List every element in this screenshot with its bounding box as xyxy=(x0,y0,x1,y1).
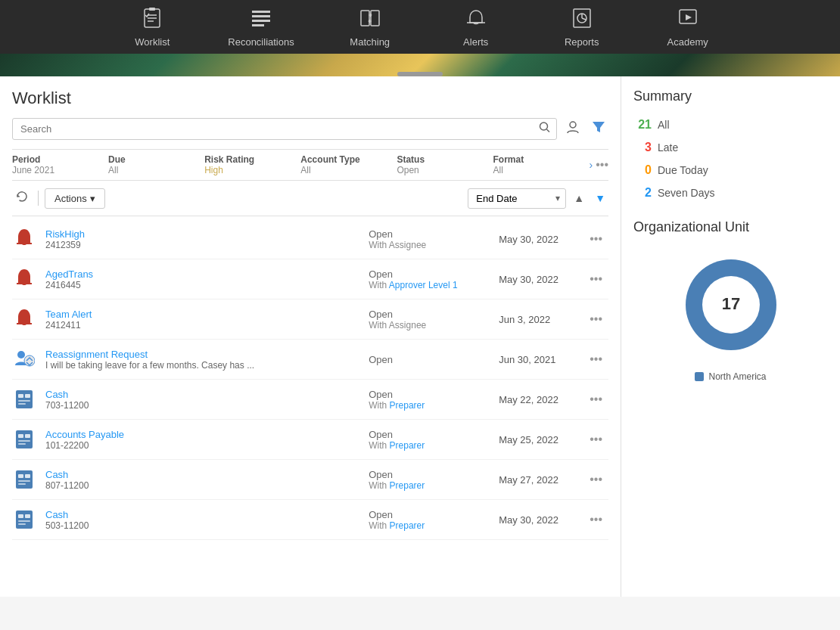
nav-academy-label: Academy xyxy=(667,36,708,48)
svg-rect-5 xyxy=(252,11,270,13)
banner-handle[interactable] xyxy=(397,72,443,76)
nav-worklist[interactable]: Worklist xyxy=(122,8,182,48)
item-id: I will be taking leave for a few months.… xyxy=(45,360,359,371)
item-date: May 22, 2022 xyxy=(499,394,574,405)
item-context-menu[interactable]: ••• xyxy=(583,349,608,369)
filter-icon[interactable] xyxy=(589,117,608,140)
svg-text:17: 17 xyxy=(721,294,739,313)
legend-label-northamerica: North America xyxy=(708,371,766,382)
user-filter-icon[interactable] xyxy=(563,117,583,140)
due-value: All xyxy=(108,165,204,175)
filter-next-icon[interactable]: › xyxy=(590,159,593,171)
nav-matching[interactable]: Matching xyxy=(340,8,400,48)
item-name[interactable]: Accounts Payable xyxy=(45,429,359,440)
filter-row: Period June 2021 Due All Risk Rating Hig… xyxy=(12,149,608,181)
item-context-menu[interactable]: ••• xyxy=(583,269,608,289)
filter-risk[interactable]: Risk Rating High xyxy=(204,154,300,175)
list-item: Team Alert 2412411 Open With Assignee Ju… xyxy=(12,299,608,340)
summary-count-all: 21 xyxy=(633,118,652,132)
actions-button[interactable]: Actions ▾ xyxy=(45,188,105,209)
svg-rect-9 xyxy=(361,11,369,26)
alert-item-icon xyxy=(12,267,36,291)
status-label: Status xyxy=(397,154,493,165)
svg-rect-40 xyxy=(25,474,30,478)
summary-item-sevendays[interactable]: 2 Seven Days xyxy=(633,182,828,204)
period-label: Period xyxy=(12,154,108,165)
search-icon[interactable] xyxy=(539,122,551,136)
left-panel: Worklist xyxy=(0,76,621,597)
summary-title: Summary xyxy=(633,88,828,104)
nav-worklist-label: Worklist xyxy=(135,36,170,48)
sort-ascending-button[interactable]: ▲ xyxy=(571,189,587,207)
svg-rect-1 xyxy=(149,8,155,11)
summary-label-sevendays: Seven Days xyxy=(658,187,714,199)
filter-period[interactable]: Period June 2021 xyxy=(12,154,108,175)
svg-point-26 xyxy=(17,351,25,358)
page-title: Worklist xyxy=(12,88,608,108)
item-date: May 30, 2022 xyxy=(499,514,574,526)
item-context-menu[interactable]: ••• xyxy=(583,389,608,409)
status-value: Open xyxy=(397,165,493,175)
summary-label-all: All xyxy=(658,119,670,131)
nav-academy[interactable]: Academy xyxy=(658,8,718,48)
item-name[interactable]: AgedTrans xyxy=(45,268,359,280)
svg-point-18 xyxy=(570,122,576,128)
svg-rect-33 xyxy=(16,430,33,448)
item-context-menu[interactable]: ••• xyxy=(583,510,608,529)
item-context-menu[interactable]: ••• xyxy=(583,470,608,489)
item-name[interactable]: RiskHigh xyxy=(45,228,359,240)
nav-reconciliations[interactable]: Reconciliations xyxy=(228,8,294,48)
svg-rect-38 xyxy=(16,470,33,489)
item-context-menu[interactable]: ••• xyxy=(583,430,608,449)
item-info: Cash 703-11200 xyxy=(45,389,359,411)
item-date: May 30, 2022 xyxy=(499,234,574,245)
svg-point-16 xyxy=(540,123,548,130)
search-input-wrapper xyxy=(12,118,557,140)
due-label: Due xyxy=(108,154,204,165)
sort-controls: End Date Start Date Name Status ▾ ▲ ▼ xyxy=(468,188,608,209)
filter-more-icon[interactable]: ••• xyxy=(596,158,608,172)
item-name[interactable]: Reassignment Request xyxy=(45,349,359,360)
list-item: Cash 703-11200 Open With Preparer May 22… xyxy=(12,380,608,420)
item-name[interactable]: Team Alert xyxy=(45,309,359,320)
summary-count-duetoday: 0 xyxy=(633,163,652,177)
donut-chart: 17 North America xyxy=(633,244,828,382)
filter-due[interactable]: Due All xyxy=(108,154,204,175)
item-context-menu[interactable]: ••• xyxy=(583,229,608,249)
actions-caret-icon: ▾ xyxy=(90,193,95,204)
nav-reports[interactable]: Reports xyxy=(552,8,612,48)
item-status: Open With Preparer xyxy=(369,509,490,531)
nav-alerts[interactable]: Alerts xyxy=(446,8,506,48)
sort-select[interactable]: End Date Start Date Name Status xyxy=(468,188,566,209)
actions-label: Actions xyxy=(54,193,87,204)
item-name[interactable]: Cash xyxy=(45,469,359,480)
svg-marker-15 xyxy=(686,14,692,20)
list-item: Cash 807-11200 Open With Preparer May 27… xyxy=(12,460,608,500)
item-context-menu[interactable]: ••• xyxy=(583,309,608,329)
sort-descending-button[interactable]: ▼ xyxy=(592,189,608,207)
summary-item-late[interactable]: 3 Late xyxy=(633,136,828,159)
svg-rect-47 xyxy=(18,523,26,525)
svg-rect-41 xyxy=(18,480,30,482)
svg-rect-6 xyxy=(252,15,270,17)
main-content: Worklist xyxy=(0,76,840,597)
item-name[interactable]: Cash xyxy=(45,389,359,400)
svg-rect-30 xyxy=(25,394,30,398)
nav-matching-label: Matching xyxy=(350,36,390,48)
summary-item-all[interactable]: 21 All xyxy=(633,113,828,136)
item-name[interactable]: Cash xyxy=(45,509,359,520)
search-bar xyxy=(12,117,608,140)
item-info: RiskHigh 2412359 xyxy=(45,228,359,250)
refresh-button[interactable] xyxy=(12,187,32,209)
alert-item-icon xyxy=(12,307,36,331)
summary-label-duetoday: Due Today xyxy=(658,164,708,176)
summary-item-duetoday[interactable]: 0 Due Today xyxy=(633,159,828,182)
item-id: 2412411 xyxy=(45,320,359,331)
search-input[interactable] xyxy=(12,118,557,140)
account-label: Account Type xyxy=(300,154,397,165)
filter-account[interactable]: Account Type All xyxy=(300,154,397,175)
filter-status[interactable]: Status Open xyxy=(397,154,493,175)
item-status: Open With Preparer xyxy=(369,389,490,411)
filter-format[interactable]: Format All xyxy=(493,154,589,175)
item-date: May 27, 2022 xyxy=(499,474,574,486)
